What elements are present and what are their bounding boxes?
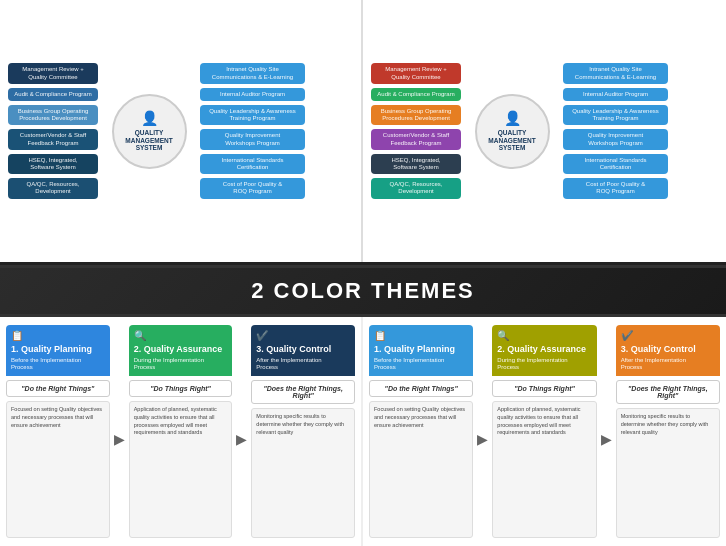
card6-header: ✔️ 3. Quality Control After the Implemen… [616, 325, 720, 376]
diag2-right-box-5: International StandardsCertification [563, 154, 668, 174]
card6-icon: ✔️ [621, 329, 715, 342]
card1-num: 1. Quality Planning [11, 344, 105, 356]
banner-text: 2 COLOR THEMES [251, 278, 475, 303]
card5-num: 2. Quality Assurance [497, 344, 591, 356]
diag2-left-box-1: Management Review +Quality Committee [371, 63, 461, 83]
quality-card-1: 📋 1. Quality Planning Before the Impleme… [6, 325, 110, 538]
diag2-left-box-3: Business Group OperatingProcedures Devel… [371, 105, 461, 125]
diag2-left-box-5: HSEQ, Integrated,Software System [371, 154, 461, 174]
card5-sub: During the ImplementationProcess [497, 357, 591, 373]
diagram-2: Management Review +Quality Committee Aud… [363, 0, 726, 262]
card3-header: ✔️ 3. Quality Control After the Implemen… [251, 325, 355, 376]
diag1-right-box-5: International StandardsCertification [200, 154, 305, 174]
diag1-center: 👤 QUALITY MANAGEMENT SYSTEM [104, 94, 194, 169]
diag2-center-icon: 👤 [504, 110, 521, 127]
card1-body: Focused on setting Quality objectives an… [6, 401, 110, 538]
card6-sub: After the ImplementationProcess [621, 357, 715, 373]
diag1-right-col: Intranet Quality SiteCommunications & E-… [200, 63, 305, 198]
diag1-left-box-2: Audit & Compliance Program [8, 88, 98, 101]
diag2-left-box-4: Customer/Vendor & StaffFeedback Program [371, 129, 461, 149]
card2-sub: During the ImplementationProcess [134, 357, 228, 373]
card2-body: Application of planned, systematic quali… [129, 401, 233, 538]
card4-header: 📋 1. Quality Planning Before the Impleme… [369, 325, 473, 376]
card1-quote: "Do the Right Things" [6, 380, 110, 397]
card4-icon: 📋 [374, 329, 468, 342]
card1-icon: 📋 [11, 329, 105, 342]
card2-quote: "Do Things Right" [129, 380, 233, 397]
main-container: Management Review +Quality Committee Aud… [0, 0, 726, 546]
diag1-right-box-1: Intranet Quality SiteCommunications & E-… [200, 63, 305, 83]
diag1-center-label: QUALITY MANAGEMENT SYSTEM [125, 129, 172, 152]
diag2-left-box-2: Audit & Compliance Program [371, 88, 461, 101]
diag2-left-col: Management Review +Quality Committee Aud… [371, 63, 461, 198]
diag2-right-box-2: Internal Auditor Program [563, 88, 668, 101]
card3-sub: After the ImplementationProcess [256, 357, 350, 373]
card6-body: Monitoring specific results to determine… [616, 408, 720, 538]
quality-card-5: 🔍 2. Quality Assurance During the Implem… [492, 325, 596, 538]
bottom-section: 📋 1. Quality Planning Before the Impleme… [0, 317, 726, 546]
diag2-right-box-3: Quality Leadership & AwarenessTraining P… [563, 105, 668, 125]
card4-body: Focused on setting Quality objectives an… [369, 401, 473, 538]
bottom-left: 📋 1. Quality Planning Before the Impleme… [0, 317, 363, 546]
card1-header: 📋 1. Quality Planning Before the Impleme… [6, 325, 110, 376]
card6-num: 3. Quality Control [621, 344, 715, 356]
banner: 2 COLOR THEMES [0, 265, 726, 317]
diag1-left-box-1: Management Review +Quality Committee [8, 63, 98, 83]
diag2-right-col: Intranet Quality SiteCommunications & E-… [563, 63, 668, 198]
diag1-left-box-4: Customer/Vendor & StaffFeedback Program [8, 129, 98, 149]
diag1-right-box-6: Cost of Poor Quality &ROQ Program [200, 178, 305, 198]
card5-header: 🔍 2. Quality Assurance During the Implem… [492, 325, 596, 376]
quality-card-4: 📋 1. Quality Planning Before the Impleme… [369, 325, 473, 538]
card3-quote: "Does the Right Things, Right" [251, 380, 355, 404]
card5-icon: 🔍 [497, 329, 591, 342]
card6-quote: "Does the Right Things, Right" [616, 380, 720, 404]
card1-sub: Before the ImplementationProcess [11, 357, 105, 373]
diag1-left-box-6: QA/QC, Resources,Development [8, 178, 98, 198]
arrow-1-2: ▶ [113, 340, 126, 538]
diag1-center-circle: 👤 QUALITY MANAGEMENT SYSTEM [112, 94, 187, 169]
diag2-center: 👤 QUALITYMANAGEMENTSYSTEM [467, 94, 557, 169]
arrow-2-3: ▶ [235, 340, 248, 538]
top-section: Management Review +Quality Committee Aud… [0, 0, 726, 265]
diag2-right-box-6: Cost of Poor Quality &ROQ Program [563, 178, 668, 198]
card5-quote: "Do Things Right" [492, 380, 596, 397]
quality-card-2: 🔍 2. Quality Assurance During the Implem… [129, 325, 233, 538]
quality-card-6: ✔️ 3. Quality Control After the Implemen… [616, 325, 720, 538]
card2-header: 🔍 2. Quality Assurance During the Implem… [129, 325, 233, 376]
card3-body: Monitoring specific results to determine… [251, 408, 355, 538]
diagram-1: Management Review +Quality Committee Aud… [0, 0, 363, 262]
diag2-right-box-1: Intranet Quality SiteCommunications & E-… [563, 63, 668, 83]
card4-quote: "Do the Right Things" [369, 380, 473, 397]
card5-body: Application of planned, systematic quali… [492, 401, 596, 538]
quality-card-3: ✔️ 3. Quality Control After the Implemen… [251, 325, 355, 538]
diag1-left-col: Management Review +Quality Committee Aud… [8, 63, 98, 198]
diag1-left-box-5: HSEQ, Integrated,Software System [8, 154, 98, 174]
diag1-right-box-3: Quality Leadership & AwarenessTraining P… [200, 105, 305, 125]
card3-num: 3. Quality Control [256, 344, 350, 356]
diag2-left-box-6: QA/QC, Resources,Development [371, 178, 461, 198]
arrow-5-6: ▶ [600, 340, 613, 538]
card4-num: 1. Quality Planning [374, 344, 468, 356]
card3-icon: ✔️ [256, 329, 350, 342]
diag2-center-circle: 👤 QUALITYMANAGEMENTSYSTEM [475, 94, 550, 169]
bottom-right: 📋 1. Quality Planning Before the Impleme… [363, 317, 726, 546]
arrow-4-5: ▶ [476, 340, 489, 538]
diag1-center-icon: 👤 [141, 110, 158, 127]
diag1-right-box-2: Internal Auditor Program [200, 88, 305, 101]
card2-num: 2. Quality Assurance [134, 344, 228, 356]
diag2-right-box-4: Quality ImprovementWorkshops Program [563, 129, 668, 149]
diag1-left-box-3: Business Group OperatingProcedures Devel… [8, 105, 98, 125]
diag1-right-box-4: Quality ImprovementWorkshops Program [200, 129, 305, 149]
diag2-center-label: QUALITYMANAGEMENTSYSTEM [488, 129, 535, 152]
card4-sub: Before the ImplementationProcess [374, 357, 468, 373]
card2-icon: 🔍 [134, 329, 228, 342]
